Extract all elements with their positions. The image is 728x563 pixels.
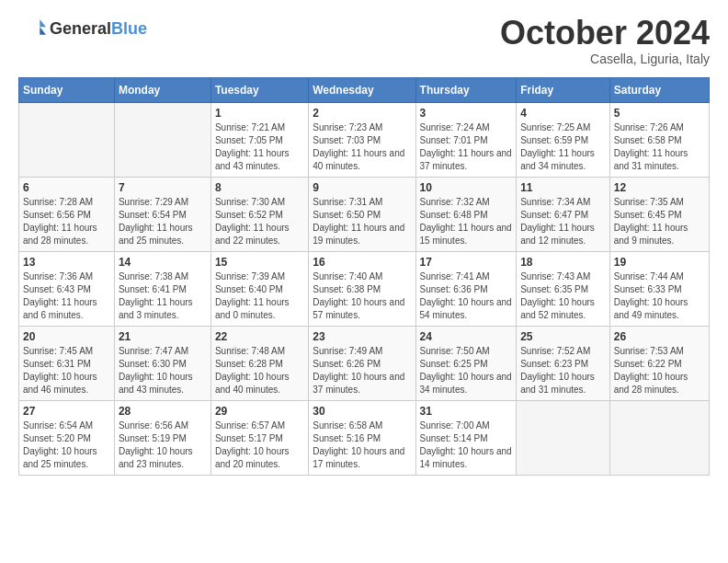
calendar-cell: 11 Sunrise: 7:34 AMSunset: 6:47 PMDaylig…	[517, 177, 610, 251]
calendar-cell: 19 Sunrise: 7:44 AMSunset: 6:33 PMDaylig…	[609, 251, 709, 326]
calendar-cell: 6 Sunrise: 7:28 AMSunset: 6:56 PMDayligh…	[19, 177, 115, 251]
day-info: Sunrise: 7:48 AMSunset: 6:28 PMDaylight:…	[215, 345, 304, 396]
calendar-cell: 29 Sunrise: 6:57 AMSunset: 5:17 PMDaylig…	[210, 400, 308, 475]
logo: GeneralBlue	[18, 15, 147, 42]
calendar-header-row: SundayMondayTuesdayWednesdayThursdayFrid…	[19, 77, 710, 102]
calendar-cell	[19, 102, 115, 177]
weekday-header: Wednesday	[309, 77, 415, 102]
day-info: Sunrise: 6:56 AMSunset: 5:19 PMDaylight:…	[119, 419, 207, 471]
day-info: Sunrise: 7:24 AMSunset: 7:01 PMDaylight:…	[420, 121, 513, 173]
day-info: Sunrise: 7:21 AMSunset: 7:05 PMDaylight:…	[215, 121, 304, 173]
calendar-cell: 2 Sunrise: 7:23 AMSunset: 7:03 PMDayligh…	[309, 102, 415, 177]
calendar-cell: 23 Sunrise: 7:49 AMSunset: 6:26 PMDaylig…	[309, 326, 415, 400]
day-number: 11	[520, 181, 606, 194]
day-number: 5	[614, 107, 705, 120]
day-info: Sunrise: 6:54 AMSunset: 5:20 PMDaylight:…	[23, 419, 110, 471]
calendar-cell: 26 Sunrise: 7:53 AMSunset: 6:22 PMDaylig…	[609, 326, 709, 400]
calendar-cell: 5 Sunrise: 7:26 AMSunset: 6:58 PMDayligh…	[609, 102, 709, 177]
calendar-cell: 25 Sunrise: 7:52 AMSunset: 6:23 PMDaylig…	[517, 326, 610, 400]
calendar-week-row: 1 Sunrise: 7:21 AMSunset: 7:05 PMDayligh…	[19, 102, 710, 177]
calendar-cell: 8 Sunrise: 7:30 AMSunset: 6:52 PMDayligh…	[210, 177, 308, 251]
day-info: Sunrise: 7:49 AMSunset: 6:26 PMDaylight:…	[313, 345, 411, 396]
day-info: Sunrise: 7:38 AMSunset: 6:41 PMDaylight:…	[119, 270, 207, 322]
day-number: 31	[420, 405, 513, 418]
weekday-header: Sunday	[19, 77, 115, 102]
calendar-cell: 9 Sunrise: 7:31 AMSunset: 6:50 PMDayligh…	[309, 177, 415, 251]
day-number: 29	[215, 405, 304, 418]
weekday-header: Tuesday	[210, 77, 308, 102]
day-info: Sunrise: 7:53 AMSunset: 6:22 PMDaylight:…	[614, 345, 705, 396]
day-info: Sunrise: 7:44 AMSunset: 6:33 PMDaylight:…	[614, 270, 705, 322]
day-info: Sunrise: 6:58 AMSunset: 5:16 PMDaylight:…	[313, 419, 411, 471]
weekday-header: Friday	[517, 77, 610, 102]
day-info: Sunrise: 7:43 AMSunset: 6:35 PMDaylight:…	[520, 270, 606, 322]
calendar-cell: 15 Sunrise: 7:39 AMSunset: 6:40 PMDaylig…	[210, 251, 308, 326]
day-info: Sunrise: 7:50 AMSunset: 6:25 PMDaylight:…	[420, 345, 513, 396]
calendar-cell	[609, 400, 709, 475]
day-info: Sunrise: 6:57 AMSunset: 5:17 PMDaylight:…	[215, 419, 304, 471]
day-info: Sunrise: 7:30 AMSunset: 6:52 PMDaylight:…	[215, 196, 304, 247]
day-info: Sunrise: 7:41 AMSunset: 6:36 PMDaylight:…	[420, 270, 513, 322]
day-number: 3	[420, 107, 513, 120]
calendar-week-row: 6 Sunrise: 7:28 AMSunset: 6:56 PMDayligh…	[19, 177, 710, 251]
calendar-cell: 20 Sunrise: 7:45 AMSunset: 6:31 PMDaylig…	[19, 326, 115, 400]
day-number: 21	[119, 330, 207, 343]
day-info: Sunrise: 7:39 AMSunset: 6:40 PMDaylight:…	[215, 270, 304, 322]
day-number: 1	[215, 107, 304, 120]
location-subtitle: Casella, Liguria, Italy	[500, 52, 710, 66]
svg-marker-0	[40, 19, 46, 27]
day-number: 12	[614, 181, 705, 194]
calendar-cell: 14 Sunrise: 7:38 AMSunset: 6:41 PMDaylig…	[114, 251, 210, 326]
calendar-cell: 30 Sunrise: 6:58 AMSunset: 5:16 PMDaylig…	[309, 400, 415, 475]
day-number: 24	[420, 330, 513, 343]
calendar-week-row: 20 Sunrise: 7:45 AMSunset: 6:31 PMDaylig…	[19, 326, 710, 400]
day-info: Sunrise: 7:35 AMSunset: 6:45 PMDaylight:…	[614, 196, 705, 247]
day-number: 9	[313, 181, 411, 194]
calendar-cell: 1 Sunrise: 7:21 AMSunset: 7:05 PMDayligh…	[210, 102, 308, 177]
calendar-week-row: 13 Sunrise: 7:36 AMSunset: 6:43 PMDaylig…	[19, 251, 710, 326]
day-info: Sunrise: 7:52 AMSunset: 6:23 PMDaylight:…	[520, 345, 606, 396]
weekday-header: Thursday	[415, 77, 517, 102]
day-info: Sunrise: 7:28 AMSunset: 6:56 PMDaylight:…	[23, 196, 110, 247]
day-number: 17	[420, 256, 513, 269]
day-info: Sunrise: 7:36 AMSunset: 6:43 PMDaylight:…	[23, 270, 110, 322]
day-number: 4	[520, 107, 606, 120]
calendar-cell: 24 Sunrise: 7:50 AMSunset: 6:25 PMDaylig…	[415, 326, 517, 400]
calendar-cell: 31 Sunrise: 7:00 AMSunset: 5:14 PMDaylig…	[415, 400, 517, 475]
calendar-cell	[114, 102, 210, 177]
calendar-cell: 17 Sunrise: 7:41 AMSunset: 6:36 PMDaylig…	[415, 251, 517, 326]
day-info: Sunrise: 7:40 AMSunset: 6:38 PMDaylight:…	[313, 270, 411, 322]
day-info: Sunrise: 7:31 AMSunset: 6:50 PMDaylight:…	[313, 196, 411, 247]
day-info: Sunrise: 7:29 AMSunset: 6:54 PMDaylight:…	[119, 196, 207, 247]
day-number: 28	[119, 405, 207, 418]
page-header: GeneralBlue October 2024 Casella, Liguri…	[18, 15, 710, 66]
logo-icon	[18, 15, 46, 42]
day-number: 16	[313, 256, 411, 269]
calendar-cell: 21 Sunrise: 7:47 AMSunset: 6:30 PMDaylig…	[114, 326, 210, 400]
day-info: Sunrise: 7:00 AMSunset: 5:14 PMDaylight:…	[420, 419, 513, 471]
calendar-cell: 12 Sunrise: 7:35 AMSunset: 6:45 PMDaylig…	[609, 177, 709, 251]
day-number: 18	[520, 256, 606, 269]
calendar-cell: 3 Sunrise: 7:24 AMSunset: 7:01 PMDayligh…	[415, 102, 517, 177]
day-info: Sunrise: 7:45 AMSunset: 6:31 PMDaylight:…	[23, 345, 110, 396]
calendar-cell: 22 Sunrise: 7:48 AMSunset: 6:28 PMDaylig…	[210, 326, 308, 400]
calendar-table: SundayMondayTuesdayWednesdayThursdayFrid…	[18, 77, 710, 476]
calendar-cell: 18 Sunrise: 7:43 AMSunset: 6:35 PMDaylig…	[517, 251, 610, 326]
day-number: 13	[23, 256, 110, 269]
day-number: 27	[23, 405, 110, 418]
logo-general: GeneralBlue	[50, 19, 147, 39]
calendar-cell: 13 Sunrise: 7:36 AMSunset: 6:43 PMDaylig…	[19, 251, 115, 326]
day-number: 14	[119, 256, 207, 269]
day-info: Sunrise: 7:25 AMSunset: 6:59 PMDaylight:…	[520, 121, 606, 173]
calendar-cell: 27 Sunrise: 6:54 AMSunset: 5:20 PMDaylig…	[19, 400, 115, 475]
day-number: 23	[313, 330, 411, 343]
day-number: 10	[420, 181, 513, 194]
day-info: Sunrise: 7:47 AMSunset: 6:30 PMDaylight:…	[119, 345, 207, 396]
calendar-week-row: 27 Sunrise: 6:54 AMSunset: 5:20 PMDaylig…	[19, 400, 710, 475]
day-number: 7	[119, 181, 207, 194]
title-block: October 2024 Casella, Liguria, Italy	[500, 15, 710, 66]
calendar-cell: 7 Sunrise: 7:29 AMSunset: 6:54 PMDayligh…	[114, 177, 210, 251]
day-info: Sunrise: 7:23 AMSunset: 7:03 PMDaylight:…	[313, 121, 411, 173]
svg-marker-1	[40, 27, 46, 34]
day-info: Sunrise: 7:26 AMSunset: 6:58 PMDaylight:…	[614, 121, 705, 173]
